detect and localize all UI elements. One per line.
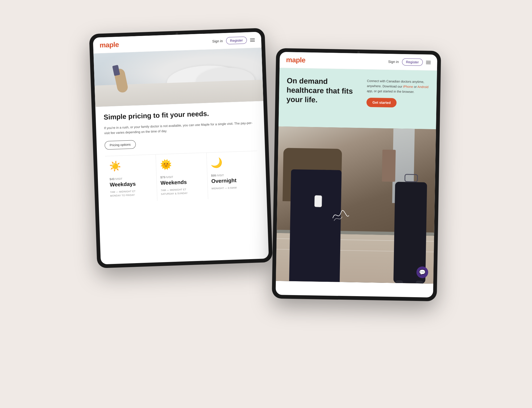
weekday-time: 7AM — MIDNIGHT ET MONDAY TO FRIDAY: [110, 189, 153, 198]
front-tablet: maple Sign in Register On demand healthc…: [272, 48, 441, 301]
front-nav: maple Sign in Register: [280, 52, 437, 71]
luggage-handle: [405, 174, 418, 182]
scene: maple Sign in Register: [93, 18, 439, 390]
pricing-card-weekends: 🌞 $79/VISIT Weekends 7AM — MIDNIGHT ET S…: [156, 153, 208, 201]
front-nav-right: Sign in Register: [388, 58, 431, 66]
front-hero-heading: On demand healthcare that fits your life…: [286, 76, 362, 105]
back-tablet-inner: maple Sign in Register: [93, 32, 269, 264]
weekend-time: 7AM — MIDNIGHT ET SATURDAY & SUNDAY: [161, 187, 204, 196]
front-hero-right: Connect with Canadian doctors anytime, a…: [366, 77, 429, 121]
decorative-scribble: [330, 207, 352, 223]
back-heading: Simple pricing to fit your needs.: [103, 108, 256, 122]
front-hero-left: On demand healthcare that fits your life…: [286, 76, 362, 120]
pricing-cards: ☀️ $49/VISIT Weekdays 7AM — MIDNIGHT ET …: [105, 151, 259, 203]
weekday-label: Weekdays: [110, 180, 153, 188]
pricing-options-button[interactable]: Pricing options: [105, 140, 136, 150]
luggage-wheel-left: [396, 280, 403, 284]
get-started-button[interactable]: Get started: [367, 97, 397, 107]
back-nav-right: Sign in Register: [212, 36, 255, 45]
back-nav-menu-icon[interactable]: [250, 38, 255, 42]
pricing-card-overnight: 🌙 $99/VISIT Overnight MIDNIGHT — 6:59AM: [207, 151, 259, 199]
overnight-icon: 🌙: [210, 156, 254, 169]
front-nav-register-button[interactable]: Register: [402, 58, 423, 66]
front-nav-signin[interactable]: Sign in: [388, 60, 399, 64]
pricing-card-weekdays: ☀️ $49/VISIT Weekdays 7AM — MIDNIGHT ET …: [105, 154, 157, 203]
weekend-icon: 🌞: [160, 158, 203, 170]
back-subtext: If you're in a rush, or your family doct…: [104, 120, 256, 136]
weekend-unit: /VISIT: [166, 176, 173, 179]
front-nav-menu-icon[interactable]: [426, 61, 431, 64]
back-nav-logo: maple: [99, 40, 119, 50]
front-nav-logo: maple: [286, 56, 305, 64]
overnight-time: MIDNIGHT — 6:59AM: [211, 186, 255, 191]
weekday-unit: /VISIT: [115, 177, 122, 181]
front-tablet-inner: maple Sign in Register On demand healthc…: [276, 52, 437, 297]
front-hero-description: Connect with Canadian doctors anytime, a…: [367, 79, 430, 95]
luggage-wheel-right: [416, 281, 423, 284]
weekday-icon: ☀️: [109, 160, 152, 172]
overnight-label: Overnight: [211, 177, 255, 185]
back-content: Simple pricing to fit your needs. If you…: [95, 101, 267, 209]
person-hand-with-phone: [314, 195, 322, 207]
chat-icon: 💬: [419, 269, 426, 275]
back-nav-register-button[interactable]: Register: [226, 36, 247, 44]
weekend-label: Weekends: [160, 178, 204, 186]
overnight-unit: /VISIT: [217, 174, 224, 177]
plant: [382, 150, 396, 182]
phone-in-hand-back: [112, 65, 120, 76]
back-tablet: maple Sign in Register: [89, 28, 273, 268]
front-photo: 💬: [276, 127, 436, 284]
iphone-link[interactable]: iPhone: [403, 85, 413, 89]
front-hero-section: On demand healthcare that fits your life…: [279, 68, 437, 129]
back-hero-image: [93, 48, 263, 107]
person-legs-right: [318, 170, 342, 282]
android-link[interactable]: Android: [417, 85, 429, 89]
back-nav-signin[interactable]: Sign in: [212, 39, 223, 43]
